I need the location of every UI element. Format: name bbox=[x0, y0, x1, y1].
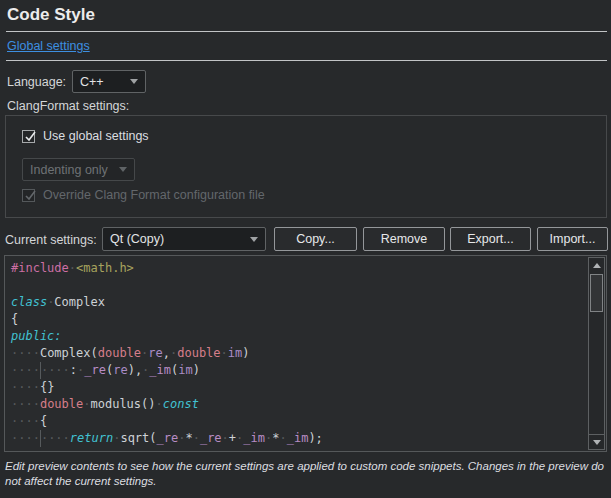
import-button[interactable]: Import... bbox=[537, 227, 608, 251]
page-title: Code Style bbox=[7, 5, 95, 25]
code-line: #include·<math.h> bbox=[11, 260, 589, 277]
scroll-down-icon bbox=[593, 440, 601, 445]
scroll-up-icon bbox=[593, 263, 601, 268]
link-separator bbox=[6, 60, 607, 61]
scroll-down-button[interactable] bbox=[589, 434, 604, 449]
code-editor-content[interactable]: #include·<math.h>class·Complex{public:··… bbox=[5, 256, 589, 451]
current-settings-dropdown[interactable]: Qt (Copy) bbox=[102, 227, 266, 251]
code-line bbox=[11, 277, 589, 294]
title-separator bbox=[6, 31, 607, 32]
use-global-settings-checkbox[interactable] bbox=[22, 130, 35, 143]
code-line: public: bbox=[11, 328, 589, 345]
global-settings-link[interactable]: Global settings bbox=[7, 39, 90, 53]
checkmark-icon bbox=[23, 188, 38, 203]
clangformat-mode-dropdown: Indenting only bbox=[22, 158, 135, 181]
current-settings-dropdown-value: Qt (Copy) bbox=[110, 232, 164, 246]
language-dropdown[interactable]: C++ bbox=[72, 70, 146, 93]
code-line: ········:·_re(re),·_im(im) bbox=[11, 362, 589, 379]
chevron-down-icon bbox=[119, 167, 127, 172]
override-clang-format-checkbox bbox=[22, 189, 35, 202]
code-style-settings-page: Code Style Global settings Language: C++… bbox=[0, 0, 611, 498]
clangformat-settings-label: ClangFormat settings: bbox=[7, 99, 129, 113]
override-clang-format-label: Override Clang Format configuration file bbox=[43, 188, 265, 202]
export-button[interactable]: Export... bbox=[450, 227, 531, 251]
scrollbar-thumb[interactable] bbox=[590, 274, 603, 312]
use-global-settings-label: Use global settings bbox=[43, 129, 149, 143]
language-label: Language: bbox=[7, 75, 66, 89]
editor-scrollbar[interactable] bbox=[588, 257, 605, 450]
code-line: ····double·modulus()·const bbox=[11, 396, 589, 413]
code-line: class·Complex bbox=[11, 294, 589, 311]
code-line: ····{} bbox=[11, 379, 589, 396]
current-settings-label: Current settings: bbox=[5, 233, 97, 247]
chevron-down-icon bbox=[250, 237, 258, 242]
code-line: ········return·sqrt(_re·*·_re·+·_im·*·_i… bbox=[11, 430, 589, 447]
override-clang-format-checkbox-row: Override Clang Format configuration file bbox=[22, 188, 265, 202]
footer-note: Edit preview contents to see how the cur… bbox=[5, 459, 606, 489]
use-global-settings-checkbox-row[interactable]: Use global settings bbox=[22, 129, 149, 143]
code-line: ····Complex(double·re,·double·im) bbox=[11, 345, 589, 362]
language-dropdown-value: C++ bbox=[80, 75, 104, 89]
chevron-down-icon bbox=[130, 79, 138, 84]
clangformat-mode-dropdown-value: Indenting only bbox=[30, 163, 108, 177]
code-preview-editor[interactable]: #include·<math.h>class·Complex{public:··… bbox=[4, 255, 607, 452]
checkmark-icon bbox=[23, 129, 38, 144]
remove-button[interactable]: Remove bbox=[363, 227, 445, 251]
copy-button[interactable]: Copy... bbox=[274, 227, 357, 251]
code-line: { bbox=[11, 311, 589, 328]
code-line: ····{ bbox=[11, 413, 589, 430]
scroll-up-button[interactable] bbox=[589, 258, 604, 273]
